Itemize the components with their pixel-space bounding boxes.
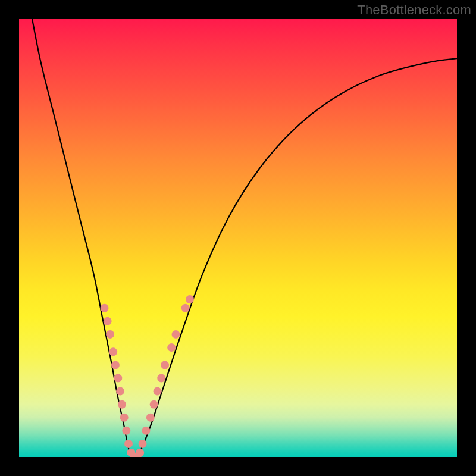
curve-marker	[122, 427, 130, 435]
curve-marker	[157, 374, 165, 383]
curve-marker	[186, 295, 194, 303]
curve-marker	[139, 440, 147, 448]
curve-marker	[116, 387, 124, 396]
curve-marker	[124, 440, 133, 448]
curve-marker	[154, 387, 162, 396]
curve-marker	[106, 330, 114, 339]
curve-marker	[104, 317, 112, 325]
curve-marker	[181, 304, 190, 312]
curve-marker	[109, 347, 117, 356]
bottleneck-curve-svg	[19, 19, 457, 457]
curve-marker	[142, 427, 150, 435]
curve-marker	[118, 400, 126, 409]
curve-marker	[150, 400, 158, 409]
curve-marker	[171, 330, 180, 339]
curve-marker	[167, 343, 176, 352]
bottleneck-curve-path	[32, 19, 457, 457]
curve-marker	[120, 414, 129, 422]
curve-marker	[136, 449, 144, 457]
curve-marker	[101, 304, 109, 312]
curve-marker	[114, 374, 122, 383]
chart-frame: TheBottleneck.com	[0, 0, 476, 476]
curve-marker	[146, 414, 155, 422]
curve-marker	[111, 361, 120, 369]
watermark-text: TheBottleneck.com	[357, 2, 471, 18]
plot-area	[19, 19, 457, 457]
curve-marker	[161, 361, 169, 369]
